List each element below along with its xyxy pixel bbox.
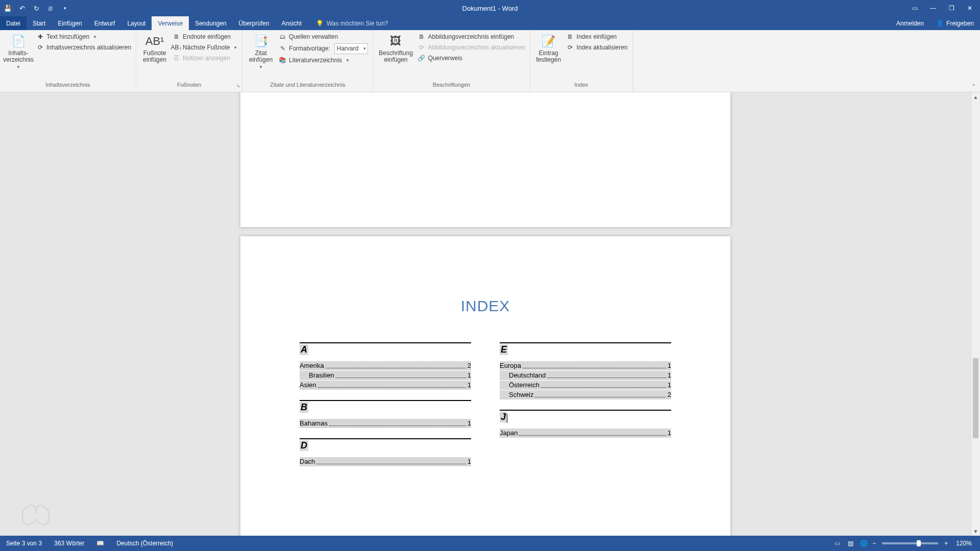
tab-verweise[interactable]: Verweise <box>152 16 189 30</box>
index-entry-label: Asien <box>300 381 316 390</box>
collapse-ribbon-icon[interactable]: ⌃ <box>971 83 976 90</box>
insert-footnote-button[interactable]: AB¹ Fußnote einfügen <box>139 32 170 64</box>
index-entry[interactable]: Österreich1 <box>500 381 671 390</box>
share-button[interactable]: 👤 Freigeben <box>930 16 980 30</box>
index-entry-label: Amerika <box>300 361 324 370</box>
status-language[interactable]: Deutsch (Österreich) <box>110 540 179 547</box>
tell-me-search[interactable]: 💡 Was möchten Sie tun? <box>308 16 388 30</box>
index-entry[interactable]: Asien1 <box>300 381 471 390</box>
insert-citation-button[interactable]: 📑 Zitat einfügen ▼ <box>245 32 277 71</box>
tab-file[interactable]: Datei <box>0 16 27 30</box>
index-entry-page: 2 <box>668 390 671 399</box>
page-current[interactable]: INDEX AAmerika2Brasilien1Asien1BBahamas1… <box>240 236 730 536</box>
index-section-rule <box>300 400 471 401</box>
status-word-count[interactable]: 363 Wörter <box>48 540 90 547</box>
bibliography-icon: 📚 <box>279 57 286 64</box>
index-entry[interactable]: Amerika2 <box>300 361 471 370</box>
citation-icon: 📑 <box>253 33 269 49</box>
view-print-layout-icon[interactable]: ▤ <box>844 538 857 548</box>
chevron-down-icon: ▼ <box>259 64 263 70</box>
tab-sendungen[interactable]: Sendungen <box>189 16 232 30</box>
tab-entwurf[interactable]: Entwurf <box>88 16 121 30</box>
update-index-button[interactable]: ⟳ Index aktualisieren <box>567 43 628 52</box>
index-entry[interactable]: Dach1 <box>300 457 471 466</box>
index-entry[interactable]: Europa1 <box>500 361 671 370</box>
manage-sources-button[interactable]: 🗂 Quellen verwalten <box>279 33 368 41</box>
leader-dots <box>329 419 466 426</box>
insert-tof-icon: 🗎 <box>418 33 425 41</box>
view-web-layout-icon[interactable]: 🌐 <box>857 538 870 548</box>
page-previous[interactable] <box>240 92 730 227</box>
dialog-launcher-icon[interactable]: ↘ <box>236 83 240 88</box>
zoom-slider[interactable] <box>882 542 938 544</box>
vertical-scrollbar[interactable]: ▲ ▼ <box>971 92 980 536</box>
restore-button[interactable]: ❐ <box>944 3 959 14</box>
text-cursor <box>507 414 507 423</box>
customize-qat-icon[interactable]: ▾ <box>60 4 69 13</box>
index-entry-label: Europa <box>500 361 521 370</box>
zoom-in-button[interactable]: + <box>942 540 950 547</box>
index-entries: Bahamas1 <box>300 419 471 428</box>
touch-mode-icon[interactable]: ⎚ <box>46 4 55 13</box>
update-toc-button[interactable]: ⟳ Inhaltsverzeichnis aktualisieren <box>36 43 131 52</box>
leader-dots <box>535 390 666 397</box>
toc-button[interactable]: 📄 Inhalts- verzeichnis ▼ <box>3 32 34 71</box>
citation-style-dropdown[interactable]: ✎ Formatvorlage: Harvard <box>279 43 368 54</box>
index-heading: INDEX <box>300 297 671 315</box>
zoom-out-button[interactable]: − <box>870 540 878 547</box>
insert-tof-button[interactable]: 🗎 Abbildungsverzeichnis einfügen <box>418 33 525 41</box>
scroll-up-icon[interactable]: ▲ <box>971 92 980 102</box>
tab-layout[interactable]: Layout <box>121 16 152 30</box>
endnote-icon: 🗎 <box>173 33 180 41</box>
leader-dots <box>316 457 465 464</box>
insert-endnote-button[interactable]: 🗎 Endnote einfügen <box>173 33 237 41</box>
caption-icon: 🖼 <box>387 33 404 49</box>
tab-start[interactable]: Start <box>27 16 52 30</box>
undo-icon[interactable]: ↶ <box>17 4 27 13</box>
close-button[interactable]: ✕ <box>963 3 977 14</box>
index-entry[interactable]: Deutschland1 <box>500 371 671 380</box>
index-entry[interactable]: Schweiz2 <box>500 390 671 399</box>
footnote-icon: AB¹ <box>146 33 163 49</box>
style-combo[interactable]: Harvard <box>334 43 369 54</box>
index-entry-page: 1 <box>468 419 471 428</box>
index-entry[interactable]: Bahamas1 <box>300 419 471 428</box>
tab-ansicht[interactable]: Ansicht <box>276 16 308 30</box>
mark-entry-icon: 📝 <box>541 33 557 49</box>
leader-dots <box>326 361 466 368</box>
status-proofing[interactable]: 📖 <box>90 540 110 547</box>
next-footnote-button[interactable]: AB↓ Nächste Fußnote ▼ <box>173 43 237 52</box>
insert-index-button[interactable]: 🗎 Index einfügen <box>567 33 628 41</box>
minimize-button[interactable]: — <box>926 3 940 14</box>
add-text-button[interactable]: ✚ Text hinzufügen ▼ <box>36 33 131 41</box>
zoom-slider-knob[interactable] <box>917 540 921 546</box>
view-read-mode-icon[interactable]: ▭ <box>830 538 844 548</box>
crossref-button[interactable]: 🔗 Querverweis <box>418 54 525 63</box>
share-icon: 👤 <box>936 20 944 27</box>
redo-icon[interactable]: ↻ <box>32 4 41 13</box>
save-icon[interactable]: 💾 <box>3 4 12 13</box>
group-footnotes: AB¹ Fußnote einfügen 🗎 Endnote einfügen … <box>136 30 242 92</box>
scroll-down-icon[interactable]: ▼ <box>971 527 980 536</box>
tab-überprüfen[interactable]: Überprüfen <box>233 16 276 30</box>
insert-caption-button[interactable]: 🖼 Beschriftung einfügen <box>376 32 415 64</box>
ribbon: 📄 Inhalts- verzeichnis ▼ ✚ Text hinzufüg… <box>0 30 980 92</box>
zoom-level[interactable]: 120% <box>950 540 980 547</box>
status-page[interactable]: Seite 3 von 3 <box>0 540 48 547</box>
bibliography-button[interactable]: 📚 Literaturverzeichnis ▼ <box>279 56 368 65</box>
mark-entry-button[interactable]: 📝 Eintrag festlegen <box>533 32 565 64</box>
add-text-icon: ✚ <box>36 33 44 41</box>
tab-einfügen[interactable]: Einfügen <box>52 16 88 30</box>
scrollbar-thumb[interactable] <box>973 358 978 438</box>
document-area[interactable]: INDEX AAmerika2Brasilien1Asien1BBahamas1… <box>0 92 971 536</box>
index-entry[interactable]: Brasilien1 <box>300 371 471 380</box>
ribbon-display-options-icon[interactable]: ▭ <box>908 3 922 14</box>
update-icon: ⟳ <box>36 44 44 52</box>
index-entry-page: 1 <box>668 361 671 370</box>
index-entry[interactable]: Japan1 <box>500 429 671 438</box>
leader-dots <box>519 429 666 436</box>
index-column: AAmerika2Brasilien1Asien1BBahamas1DDach1 <box>300 342 471 477</box>
group-captions: 🖼 Beschriftung einfügen 🗎 Abbildungsverz… <box>373 30 530 92</box>
title-bar: 💾 ↶ ↻ ⎚ ▾ Dokument1 - Word ▭ — ❐ ✕ <box>0 0 980 16</box>
sign-in-button[interactable]: Anmelden <box>890 16 930 30</box>
